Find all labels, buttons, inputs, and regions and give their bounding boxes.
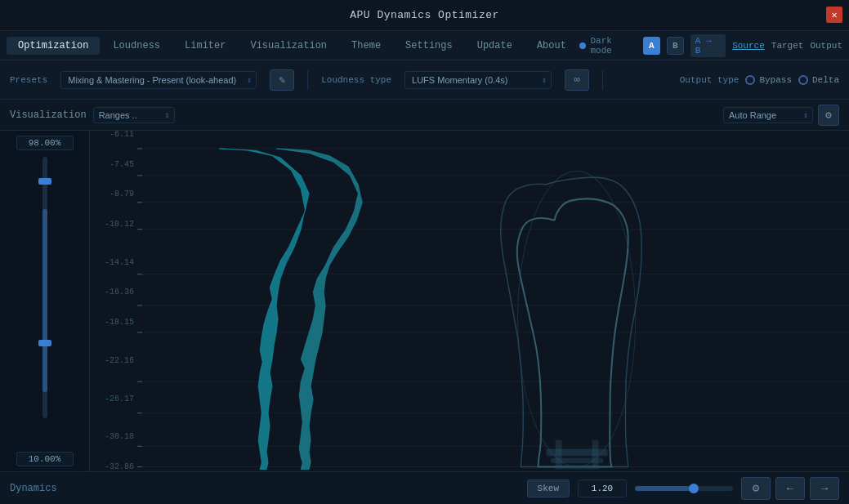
bottom-right-buttons: ⚙ ← →	[741, 477, 839, 500]
app-title: APU Dynamics Optimizer	[350, 9, 499, 21]
chart-label-6: -18.15	[92, 319, 137, 327]
tab-update[interactable]: Update	[466, 37, 524, 55]
svg-rect-27	[547, 449, 608, 457]
chart-label-3: -10.12	[92, 221, 137, 229]
chart-label-4: -14.14	[92, 259, 137, 267]
svg-marker-23	[219, 149, 309, 470]
dynamics-label: Dynamics	[10, 483, 75, 494]
presets-label: Presets	[10, 75, 47, 85]
chart-label-7: -22.16	[92, 357, 137, 365]
viz-header: Visualization Ranges .. Auto Range ⚙	[0, 100, 849, 131]
slider-track[interactable]	[42, 157, 47, 418]
auto-range-select[interactable]: Auto Range	[723, 107, 813, 123]
slider-top-value[interactable]: 98.00%	[16, 136, 74, 150]
auto-range-wrap: Auto Range ⚙	[723, 105, 839, 126]
preset-edit-button[interactable]: ✎	[270, 69, 294, 91]
chart-label-8: -26.17	[92, 395, 137, 404]
dark-mode-indicator	[579, 42, 586, 49]
loudness-select[interactable]: LUFS Momentary (0.4s)	[404, 71, 552, 89]
forward-button[interactable]: →	[810, 477, 839, 500]
tab-theme[interactable]: Theme	[340, 37, 392, 55]
slider-bottom-thumb[interactable]	[38, 340, 51, 346]
tab-settings[interactable]: Settings	[394, 37, 464, 55]
bypass-option[interactable]: Bypass	[745, 75, 792, 85]
loudness-select-wrap: LUFS Momentary (0.4s)	[404, 71, 552, 89]
output-type-section: Output type Bypass Delta	[680, 75, 839, 85]
close-button[interactable]: ✕	[826, 7, 842, 23]
delta-radio[interactable]	[798, 75, 808, 85]
target-label[interactable]: Target	[771, 41, 804, 51]
preset-select[interactable]: Mixing & Mastering - Present (look-ahead…	[60, 71, 257, 89]
skew-slider-thumb[interactable]	[689, 484, 699, 493]
slider-bottom-value[interactable]: 10.00%	[16, 452, 74, 466]
chart-label-10: -32.86	[92, 463, 137, 471]
tab-optimization[interactable]: Optimization	[7, 37, 100, 55]
svg-point-24	[518, 171, 636, 466]
loudness-label: Loudness type	[321, 75, 391, 85]
preset-select-wrap: Mixing & Mastering - Present (look-ahead…	[60, 71, 257, 89]
chart-label-2: -8.79	[92, 190, 137, 198]
chart-area: -6.11 -7.45 -8.79 -10.12 -14.14 -16.36 -…	[90, 131, 849, 471]
tab-limiter[interactable]: Limiter	[173, 37, 237, 55]
nav-right: Dark mode A B A → B Source Target Output	[579, 34, 842, 57]
tab-about[interactable]: About	[525, 37, 578, 55]
bypass-radio[interactable]	[745, 75, 755, 85]
bottom-bar: Dynamics Skew 1.20 ⚙ ← →	[0, 471, 849, 504]
slider-column: 98.00% 10.00%	[0, 131, 90, 471]
delta-option[interactable]: Delta	[798, 75, 839, 85]
output-label[interactable]: Output	[810, 41, 842, 51]
settings-button[interactable]: ⚙	[741, 477, 771, 500]
viz-title: Visualization	[10, 109, 87, 121]
ab-a-button[interactable]: A	[643, 37, 660, 55]
nav-bar: Optimization Loudness Limiter Visualizat…	[0, 31, 849, 60]
chart-svg	[137, 131, 849, 471]
dark-mode-label: Dark mode	[591, 36, 637, 56]
bypass-label: Bypass	[759, 75, 792, 85]
title-bar: APU Dynamics Optimizer ✕	[0, 0, 849, 31]
svg-rect-29	[555, 465, 600, 469]
skew-value[interactable]: 1.20	[578, 479, 627, 497]
tab-visualization[interactable]: Visualization	[239, 37, 338, 55]
skew-button[interactable]: Skew	[527, 479, 570, 497]
viz-canvas: 98.00% 10.00% -6.11 -7.45 -8.79 -10.12 -…	[0, 131, 849, 471]
svg-rect-28	[551, 458, 604, 464]
divider-2	[602, 70, 603, 90]
chart-label-5: -16.36	[92, 288, 137, 297]
delta-label: Delta	[812, 75, 839, 85]
tab-loudness[interactable]: Loudness	[101, 37, 172, 55]
chart-label-1: -7.45	[92, 161, 137, 169]
viz-settings-button[interactable]: ⚙	[818, 105, 839, 126]
chart-labels: -6.11 -7.45 -8.79 -10.12 -14.14 -16.36 -…	[90, 131, 137, 471]
ab-b-button[interactable]: B	[667, 37, 684, 55]
range-select-wrap: Ranges ..	[93, 107, 175, 123]
slider-fill	[42, 209, 47, 392]
divider-1	[307, 70, 308, 90]
range-select[interactable]: Ranges ..	[93, 107, 175, 123]
skew-slider[interactable]	[635, 486, 733, 491]
slider-top-thumb[interactable]	[38, 178, 51, 185]
slider-track-wrap	[42, 154, 47, 448]
dark-mode-toggle[interactable]: Dark mode	[579, 36, 637, 56]
chart-content	[137, 131, 849, 471]
ab-arrow-button[interactable]: A → B	[690, 34, 726, 57]
back-button[interactable]: ←	[775, 477, 805, 500]
skew-slider-fill	[635, 486, 694, 491]
loudness-link-button[interactable]: ∞	[565, 69, 589, 91]
chart-label-0: -6.11	[92, 131, 137, 139]
svg-marker-22	[276, 149, 362, 470]
output-type-label: Output type	[680, 75, 740, 85]
chart-label-9: -30.18	[92, 433, 137, 441]
main-content: Presets Mixing & Mastering - Present (lo…	[0, 60, 849, 504]
auto-range-select-wrap: Auto Range	[723, 107, 813, 123]
controls-row: Presets Mixing & Mastering - Present (lo…	[0, 60, 849, 100]
source-label[interactable]: Source	[732, 41, 765, 51]
